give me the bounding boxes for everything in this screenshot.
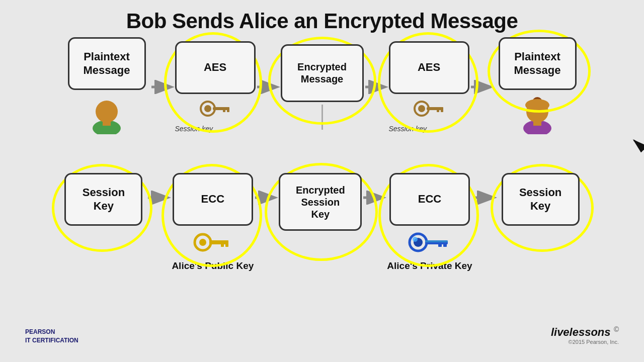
svg-point-12 xyxy=(418,105,425,112)
bottom-col-4: ECC xyxy=(387,173,472,272)
pearson-logo: PEARSON IT CERTIFICATION xyxy=(25,328,78,345)
svg-rect-13 xyxy=(427,107,443,110)
svg-rect-27 xyxy=(221,240,224,247)
top-col-4: AES Session key xyxy=(389,41,469,133)
aes-decrypt-box: AES xyxy=(389,41,469,94)
vertical-connector xyxy=(321,105,323,130)
session-key-label-2: Session key xyxy=(389,125,469,133)
livelessons-logo-area: livelessons © ©2015 Pearson, Inc. xyxy=(551,325,619,345)
svg-rect-15 xyxy=(441,107,443,112)
svg-point-25 xyxy=(199,239,206,246)
slide-title: Bob Sends Alice an Encrypted Message xyxy=(126,9,518,33)
session-key-arrow xyxy=(624,135,644,188)
session-key-input-box: Session Key xyxy=(64,173,142,226)
svg-point-1 xyxy=(96,101,118,123)
alice-avatar xyxy=(520,94,555,136)
arrow-3 xyxy=(364,80,389,94)
private-key-icon xyxy=(407,229,452,256)
svg-rect-21 xyxy=(533,121,541,126)
arrow-1 xyxy=(150,80,175,94)
session-key-icon-2 xyxy=(413,96,445,121)
svg-rect-8 xyxy=(227,107,229,112)
ecc-encrypt-box: ECC xyxy=(173,173,253,226)
top-col-1: Plaintext Message xyxy=(68,37,146,136)
bottom-col-1: Session Key xyxy=(64,173,142,226)
ecc-decrypt-box: ECC xyxy=(389,173,470,226)
encrypted-session-key-box: Encrypted Session Key xyxy=(279,173,362,231)
public-key-icon xyxy=(193,229,233,256)
arrow-5 xyxy=(146,191,172,205)
svg-rect-14 xyxy=(437,107,439,112)
arrow-2 xyxy=(256,80,281,94)
bottom-col-3: Encrypted Session Key xyxy=(279,173,362,231)
svg-point-20 xyxy=(525,99,549,111)
bottom-col-5: Session Key xyxy=(502,173,580,226)
svg-rect-37 xyxy=(425,240,448,242)
bob-avatar xyxy=(89,94,124,136)
encrypted-message-box: Encrypted Message xyxy=(281,44,364,102)
svg-rect-6 xyxy=(213,107,229,110)
plaintext-message-box: Plaintext Message xyxy=(68,37,146,90)
alice-public-key-label: Alice's Public Key xyxy=(172,260,254,272)
session-key-icon-1 xyxy=(199,96,231,121)
arrow-8 xyxy=(472,191,498,205)
arrow-7 xyxy=(362,191,387,205)
top-col-2: AES Session key xyxy=(175,41,256,133)
top-col-5: Plaintext Message xyxy=(499,37,577,136)
plaintext-message-out-box: Plaintext Message xyxy=(499,37,577,90)
svg-rect-28 xyxy=(225,240,228,247)
arrow-6 xyxy=(254,191,279,205)
svg-line-22 xyxy=(634,140,644,180)
top-col-3: Encrypted Message xyxy=(281,44,364,130)
session-key-label-1: Session key xyxy=(175,125,256,133)
alice-private-key-label: Alice's Private Key xyxy=(387,260,472,272)
aes-encrypt-box: AES xyxy=(175,41,256,94)
arrow-4 xyxy=(469,80,495,94)
svg-rect-2 xyxy=(103,121,111,126)
bottom-col-2: ECC Alice's Public Key xyxy=(172,173,254,272)
slide: Bob Sends Alice an Encrypted Message Pla… xyxy=(0,0,644,362)
svg-rect-7 xyxy=(223,107,225,112)
session-key-output-box: Session Key xyxy=(502,173,580,226)
svg-point-5 xyxy=(204,105,211,112)
svg-point-33 xyxy=(413,237,418,242)
